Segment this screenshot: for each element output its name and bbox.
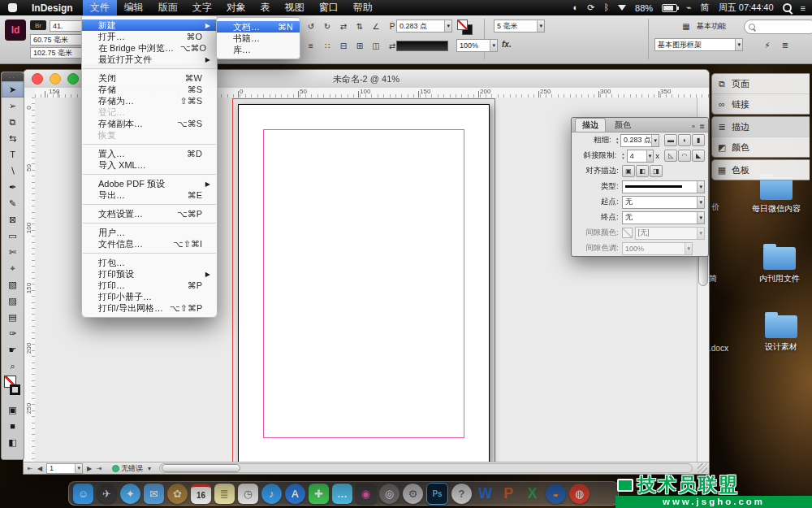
horizontal-scrollbar[interactable] — [159, 463, 693, 473]
next-page-button[interactable]: ▶ — [84, 465, 94, 472]
color-panel-tab[interactable]: ◩ 颜色 — [712, 137, 810, 157]
page-number-select[interactable]: 1 — [46, 463, 83, 474]
stroke-panel-tab[interactable]: ≣ 描边 — [712, 117, 810, 137]
flip-horizontal-icon[interactable]: ⇄ — [336, 20, 351, 33]
itunes-icon[interactable]: ♪ — [261, 484, 282, 504]
free-transform-tool-icon[interactable]: ⌖ — [2, 260, 24, 276]
apple-menu-icon[interactable] — [8, 3, 17, 12]
effects-button[interactable]: fx. — [502, 40, 512, 49]
desktop-item-label[interactable]: .docx — [709, 344, 728, 353]
file-menu-item[interactable]: 用户… — [82, 227, 217, 238]
miter-join-icon[interactable]: ◺ — [664, 150, 677, 162]
search-input[interactable] — [758, 22, 804, 32]
scissors-tool-icon[interactable]: ✄ — [2, 244, 24, 260]
stroke-weight-stepper[interactable] — [615, 137, 620, 145]
desktop-item-label[interactable]: 简 — [709, 273, 717, 284]
file-menu-item[interactable] — [83, 204, 216, 205]
horizontal-scrollbar-thumb[interactable] — [162, 464, 240, 472]
desktop-item-label[interactable]: 价 — [711, 202, 719, 213]
gradient-feather-tool-icon[interactable]: ▨ — [2, 293, 24, 309]
panel-tab[interactable]: 颜色 — [607, 118, 638, 132]
start-select[interactable]: 无 — [622, 196, 705, 209]
file-menu-item[interactable]: 登记… — [82, 106, 217, 118]
selection-tool-icon[interactable]: ➤ — [2, 81, 24, 98]
photo-booth-icon[interactable]: ◉ — [356, 484, 376, 504]
powerpoint-icon[interactable]: P — [499, 484, 519, 504]
menubar-item[interactable]: 文字 — [185, 0, 219, 15]
qq-icon[interactable]: ◍ — [569, 484, 590, 504]
stroke-swatch[interactable] — [10, 384, 20, 395]
screen-mode-icon[interactable]: ◧ — [2, 434, 24, 450]
align-stroke-center-icon[interactable]: ▣ — [622, 165, 635, 177]
file-menu-item[interactable] — [83, 174, 216, 175]
shear-icon[interactable]: ∠ — [369, 20, 383, 33]
safari-icon[interactable]: ✦ — [120, 484, 140, 504]
round-cap-icon[interactable]: ◖ — [678, 134, 691, 146]
rotation-field[interactable]: 41. — [50, 20, 84, 32]
file-menu-item[interactable]: 打开… ⌘O — [82, 31, 217, 42]
submenu-item[interactable]: 库… — [217, 44, 300, 55]
control-panel-menu-icon[interactable]: ≣ — [778, 38, 793, 51]
links-panel-tab[interactable]: ∞ 链接 — [712, 94, 810, 114]
file-menu-item[interactable] — [83, 223, 216, 224]
file-menu-item[interactable]: 新建 ▶ — [82, 20, 217, 31]
workspace-switcher[interactable]: ▦ 基本功能 — [679, 20, 726, 33]
notes-icon[interactable]: ≣ — [214, 484, 235, 504]
system-preferences-icon[interactable]: ⚙ — [403, 484, 423, 504]
reminders-icon[interactable]: ◷ — [238, 484, 258, 504]
battery-icon[interactable] — [662, 4, 677, 12]
panel-tab[interactable]: 描边 — [575, 118, 606, 132]
preflight-menu-arrow-icon[interactable]: ▾ — [145, 465, 154, 472]
quick-apply-icon[interactable]: ⚡ — [760, 38, 775, 51]
help-icon[interactable]: ? — [451, 484, 472, 504]
stroke-weight-control[interactable]: 0.283 点 — [396, 20, 452, 33]
input-language[interactable]: 简 — [701, 2, 710, 14]
collapse-panel-icon[interactable]: » — [692, 123, 695, 130]
swatches-panel-tab[interactable]: ▦ 色板 — [712, 160, 810, 180]
bluetooth-icon[interactable]: ᛒ — [603, 2, 609, 13]
notification-center-icon[interactable]: ≡ — [801, 3, 806, 13]
end-select[interactable]: 无 — [622, 211, 705, 224]
note-tool-icon[interactable]: ▤ — [2, 309, 24, 325]
desktop-folder[interactable]: 设计素材 — [745, 315, 812, 353]
desktop-folder[interactable]: 内刊用文件 — [743, 247, 812, 284]
pencil-tool-icon[interactable]: ✎ — [2, 195, 24, 211]
align-icon[interactable]: ≡ — [304, 39, 318, 52]
file-menu-item[interactable]: 文档设置… ⌥⌘P — [82, 208, 217, 219]
menubar-clock[interactable]: 周五 07:44:40 — [719, 2, 774, 14]
menubar-item[interactable]: 对象 — [219, 0, 253, 15]
menubar-item[interactable]: 文件 — [83, 0, 117, 15]
file-menu-item[interactable]: 打包… — [82, 257, 217, 268]
file-menu-item[interactable]: 置入… ⌘D — [82, 148, 217, 159]
rotate-cw-icon[interactable]: ↻ — [320, 20, 335, 33]
gap-tool-icon[interactable]: ⇆ — [2, 130, 24, 146]
excel-icon[interactable]: X — [522, 484, 542, 504]
finder-icon[interactable]: ☺ — [73, 484, 93, 504]
file-menu-item[interactable]: 打印/导出网格… ⌥⇧⌘P — [82, 302, 217, 314]
apply-color-icon[interactable]: ■ — [2, 418, 24, 434]
messages-icon[interactable]: … — [332, 484, 352, 504]
file-menu-item[interactable]: 恢复 — [82, 129, 217, 141]
stroke-color-bar[interactable] — [396, 41, 448, 51]
vertical-ruler[interactable]: 050100150200250300 — [24, 98, 36, 462]
file-menu-item[interactable]: 在 Bridge 中浏览… ⌥⌘O — [82, 42, 217, 54]
bridge-button[interactable]: Br — [30, 20, 46, 30]
rotate-ccw-icon[interactable]: ↺ — [304, 20, 318, 33]
type-tool-icon[interactable]: T — [2, 146, 24, 163]
app-menu[interactable]: InDesign — [27, 2, 78, 14]
y-position-field[interactable]: 102.75 毫米 — [30, 47, 87, 59]
direct-selection-tool-icon[interactable]: ➢ — [2, 98, 24, 114]
first-page-button[interactable]: ⇤ — [25, 465, 35, 472]
file-menu-item[interactable]: 打印… ⌘P — [82, 280, 217, 291]
spotlight-icon[interactable] — [783, 3, 792, 12]
flip-vertical-icon[interactable]: ⇅ — [352, 20, 367, 33]
input-method-icon[interactable]: ◐ — [573, 2, 579, 13]
file-menu-item[interactable]: 存储为… ⇧⌘S — [82, 95, 217, 106]
menubar-item[interactable]: 窗口 — [312, 0, 346, 15]
rectangle-frame-tool-icon[interactable]: ⊠ — [2, 211, 24, 228]
zoom-tool-icon[interactable]: ⌕ — [2, 358, 24, 374]
stroke-type-select[interactable] — [622, 180, 705, 193]
file-menu-item[interactable] — [83, 68, 216, 69]
search-box[interactable] — [744, 20, 812, 34]
align-stroke-outside-icon[interactable]: ◨ — [650, 165, 663, 177]
